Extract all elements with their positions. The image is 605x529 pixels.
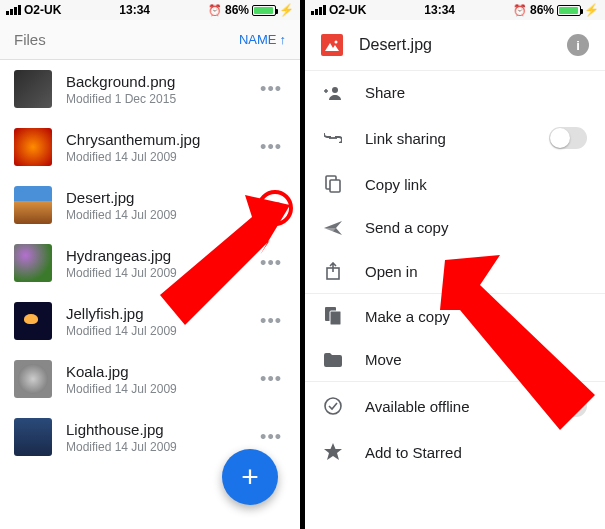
share-action[interactable]: Share — [305, 70, 605, 114]
alarm-icon: ⏰ — [513, 4, 527, 17]
svg-rect-4 — [330, 180, 340, 192]
file-name: Lighthouse.jpg — [66, 421, 242, 438]
clock-label: 13:34 — [424, 3, 455, 17]
status-bar: O2-UK 13:34 ⏰ 86% ⚡ — [0, 0, 300, 20]
link-sharing-action[interactable]: Link sharing — [305, 114, 605, 162]
file-modified: Modified 14 Jul 2009 — [66, 440, 242, 454]
files-header: Files NAME ↑ — [0, 20, 300, 60]
signal-icon — [311, 5, 326, 15]
alarm-icon: ⏰ — [208, 4, 222, 17]
action-label: Add to Starred — [365, 444, 587, 461]
file-name: Koala.jpg — [66, 363, 242, 380]
thumbnail — [14, 70, 52, 108]
file-item[interactable]: Koala.jpg Modified 14 Jul 2009 ••• — [0, 350, 300, 408]
sheet-title: Desert.jpg — [359, 36, 551, 54]
duplicate-icon — [323, 307, 343, 325]
more-icon[interactable]: ••• — [256, 75, 286, 104]
files-heading: Files — [14, 31, 46, 48]
action-label: Copy link — [365, 176, 587, 193]
image-file-icon — [321, 34, 343, 56]
file-modified: Modified 14 Jul 2009 — [66, 324, 242, 338]
action-label: Link sharing — [365, 130, 527, 147]
battery-pct-label: 86% — [530, 3, 554, 17]
copy-link-action[interactable]: Copy link — [305, 162, 605, 206]
charging-icon: ⚡ — [279, 3, 294, 17]
action-label: Share — [365, 84, 587, 101]
file-modified: Modified 1 Dec 2015 — [66, 92, 242, 106]
thumbnail — [14, 360, 52, 398]
thumbnail — [14, 244, 52, 282]
signal-icon — [6, 5, 21, 15]
copy-icon — [323, 175, 343, 193]
thumbnail — [14, 128, 52, 166]
link-sharing-toggle[interactable] — [549, 127, 587, 149]
info-button[interactable]: i — [567, 34, 589, 56]
annotation-arrow — [140, 195, 290, 325]
svg-marker-0 — [160, 195, 290, 325]
open-in-icon — [323, 262, 343, 280]
action-label: Send a copy — [365, 219, 587, 236]
link-icon — [323, 133, 343, 143]
svg-point-1 — [335, 41, 338, 44]
battery-icon — [557, 5, 581, 16]
file-modified: Modified 14 Jul 2009 — [66, 150, 242, 164]
offline-icon — [323, 397, 343, 415]
person-add-icon — [323, 86, 343, 100]
svg-point-8 — [325, 398, 341, 414]
file-name: Chrysanthemum.jpg — [66, 131, 242, 148]
more-icon[interactable]: ••• — [256, 133, 286, 162]
file-modified: Modified 14 Jul 2009 — [66, 382, 242, 396]
send-copy-action[interactable]: Send a copy — [305, 206, 605, 249]
file-list-panel: O2-UK 13:34 ⏰ 86% ⚡ Files NAME ↑ Backgro… — [0, 0, 300, 529]
carrier-label: O2-UK — [329, 3, 366, 17]
thumbnail — [14, 418, 52, 456]
thumbnail — [14, 186, 52, 224]
status-bar: O2-UK 13:34 ⏰ 86% ⚡ — [305, 0, 605, 20]
add-button[interactable]: + — [222, 449, 278, 505]
clock-label: 13:34 — [119, 3, 150, 17]
thumbnail — [14, 302, 52, 340]
more-icon[interactable]: ••• — [256, 365, 286, 394]
svg-point-2 — [332, 87, 338, 93]
svg-rect-7 — [330, 311, 341, 325]
plus-icon: + — [241, 460, 259, 494]
svg-marker-9 — [440, 255, 595, 430]
file-item[interactable]: Chrysanthemum.jpg Modified 14 Jul 2009 •… — [0, 118, 300, 176]
star-icon — [323, 443, 343, 461]
more-icon[interactable]: ••• — [256, 423, 286, 452]
charging-icon: ⚡ — [584, 3, 599, 17]
annotation-arrow — [440, 255, 600, 430]
action-sheet-panel: O2-UK 13:34 ⏰ 86% ⚡ Desert.jpg i Share L… — [305, 0, 605, 529]
folder-icon — [323, 353, 343, 367]
sort-button[interactable]: NAME ↑ — [239, 32, 286, 47]
battery-pct-label: 86% — [225, 3, 249, 17]
send-icon — [323, 221, 343, 235]
sheet-header: Desert.jpg i — [305, 20, 605, 70]
file-name: Background.png — [66, 73, 242, 90]
file-item[interactable]: Background.png Modified 1 Dec 2015 ••• — [0, 60, 300, 118]
add-starred-action[interactable]: Add to Starred — [305, 430, 605, 474]
chevron-up-icon: ↑ — [280, 32, 287, 47]
battery-icon — [252, 5, 276, 16]
carrier-label: O2-UK — [24, 3, 61, 17]
